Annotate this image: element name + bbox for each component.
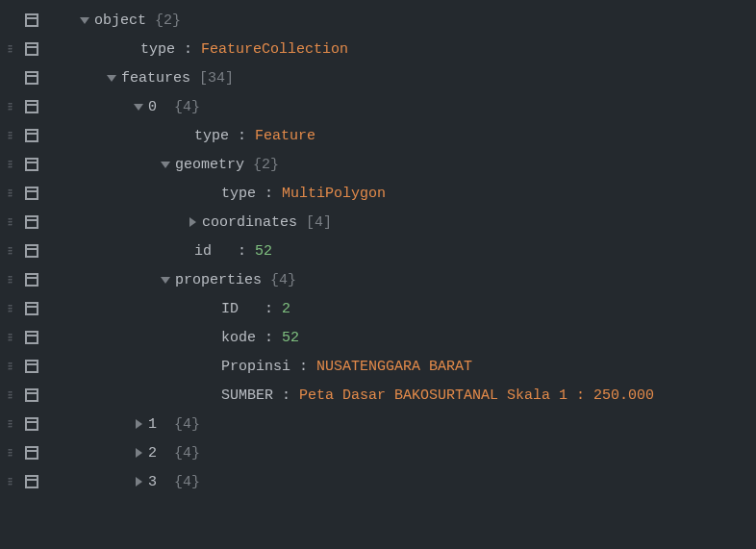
- json-colon: :: [229, 128, 255, 144]
- json-colon: :: [256, 186, 282, 202]
- drag-grip-icon[interactable]: ፧፧: [0, 446, 19, 461]
- panel-icon[interactable]: [19, 13, 44, 27]
- json-number-value: 2: [282, 301, 290, 317]
- json-index: 3: [148, 474, 174, 490]
- tree-row[interactable]: ፧፧kode : 52: [0, 323, 756, 352]
- tree-row[interactable]: ፧፧Propinsi : NUSATENGGARA BARAT: [0, 352, 756, 381]
- json-index: 2: [148, 445, 174, 462]
- panel-icon[interactable]: [19, 215, 44, 229]
- json-meta: {4}: [270, 272, 296, 288]
- tree-row[interactable]: ፧፧0 {4}: [0, 92, 756, 121]
- tree-row[interactable]: ፧፧type : FeatureCollection: [0, 35, 756, 63]
- drag-grip-icon[interactable]: ፧፧: [0, 215, 19, 230]
- drag-grip-icon[interactable]: ፧፧: [0, 331, 19, 345]
- json-meta: {2}: [155, 12, 181, 29]
- panel-icon[interactable]: [19, 42, 44, 56]
- node-content: kode : 52: [221, 330, 299, 346]
- json-key: kode: [221, 330, 256, 346]
- drag-grip-icon[interactable]: ፧፧: [0, 475, 19, 489]
- tree-row[interactable]: ፧፧id : 52: [0, 237, 756, 265]
- node-content: 0 {4}: [148, 99, 200, 115]
- tree-row[interactable]: ፧፧3 {4}: [0, 467, 756, 496]
- panel-icon[interactable]: [19, 302, 44, 315]
- json-string-value: MultiPolygon: [282, 186, 386, 202]
- json-string-value: FeatureCollection: [201, 41, 348, 58]
- expand-icon[interactable]: [183, 217, 202, 227]
- drag-grip-icon[interactable]: ፧፧: [0, 273, 19, 287]
- json-key: type: [194, 128, 229, 144]
- json-key: features: [121, 70, 199, 87]
- drag-grip-icon[interactable]: ፧፧: [0, 302, 19, 316]
- json-key: ID: [221, 301, 256, 317]
- json-key: type: [221, 186, 256, 202]
- node-content: type : Feature: [194, 128, 315, 144]
- node-content: 1 {4}: [148, 416, 200, 433]
- drag-grip-icon[interactable]: ፧፧: [0, 388, 19, 403]
- collapse-icon[interactable]: [102, 75, 121, 82]
- json-index: 0: [148, 99, 174, 115]
- drag-grip-icon[interactable]: ፧፧: [0, 158, 19, 172]
- json-key: properties: [175, 272, 270, 288]
- tree-row[interactable]: ፧፧properties {4}: [0, 265, 756, 294]
- collapse-icon[interactable]: [75, 17, 94, 24]
- panel-icon[interactable]: [19, 71, 44, 85]
- collapse-icon[interactable]: [156, 162, 175, 168]
- collapse-icon[interactable]: [129, 104, 148, 111]
- expand-icon[interactable]: [129, 448, 148, 458]
- panel-icon[interactable]: [19, 187, 44, 200]
- json-colon: :: [256, 330, 282, 346]
- json-meta: {4}: [174, 445, 200, 462]
- json-key: object: [94, 12, 155, 29]
- json-string-value: NUSATENGGARA BARAT: [316, 359, 472, 375]
- tree-row[interactable]: ፧፧coordinates [4]: [0, 208, 756, 237]
- json-string-value: Peta Dasar BAKOSURTANAL Skala 1 : 250.00…: [299, 387, 654, 404]
- json-tree: object {2}፧፧type : FeatureCollectionfeat…: [0, 6, 756, 496]
- json-colon: :: [273, 387, 299, 404]
- node-content: geometry {2}: [175, 157, 279, 173]
- json-key: Propinsi: [221, 359, 290, 375]
- json-colon: :: [229, 243, 255, 260]
- panel-icon[interactable]: [19, 360, 44, 373]
- node-content: properties {4}: [175, 272, 296, 288]
- tree-row[interactable]: object {2}: [0, 6, 756, 35]
- panel-icon[interactable]: [19, 158, 44, 171]
- tree-row[interactable]: ፧፧1 {4}: [0, 410, 756, 438]
- tree-row[interactable]: ፧፧geometry {2}: [0, 150, 756, 179]
- json-key: type: [140, 41, 175, 58]
- json-number-value: 52: [282, 330, 299, 346]
- json-meta: {4}: [174, 416, 200, 433]
- panel-icon[interactable]: [19, 331, 44, 344]
- expand-icon[interactable]: [129, 419, 148, 429]
- drag-grip-icon[interactable]: ፧፧: [0, 129, 19, 143]
- tree-row[interactable]: features [34]: [0, 63, 756, 92]
- json-meta: {4}: [174, 99, 200, 115]
- node-content: SUMBER : Peta Dasar BAKOSURTANAL Skala 1…: [221, 387, 654, 404]
- expand-icon[interactable]: [129, 477, 148, 487]
- panel-icon[interactable]: [19, 475, 44, 488]
- node-content: ID : 2: [221, 301, 290, 317]
- drag-grip-icon[interactable]: ፧፧: [0, 42, 19, 57]
- panel-icon[interactable]: [19, 446, 44, 460]
- json-key: SUMBER: [221, 387, 273, 404]
- panel-icon[interactable]: [19, 100, 44, 113]
- drag-grip-icon[interactable]: ፧፧: [0, 100, 19, 114]
- panel-icon[interactable]: [19, 244, 44, 258]
- drag-grip-icon[interactable]: ፧፧: [0, 417, 19, 432]
- panel-icon[interactable]: [19, 417, 44, 431]
- panel-icon[interactable]: [19, 129, 44, 142]
- drag-grip-icon[interactable]: ፧፧: [0, 187, 19, 201]
- collapse-icon[interactable]: [156, 277, 175, 284]
- tree-row[interactable]: ፧፧ID : 2: [0, 294, 756, 323]
- tree-row[interactable]: ፧፧SUMBER : Peta Dasar BAKOSURTANAL Skala…: [0, 381, 756, 410]
- json-colon: :: [256, 301, 282, 317]
- tree-row[interactable]: ፧፧type : MultiPolygon: [0, 179, 756, 208]
- node-content: coordinates [4]: [202, 214, 332, 231]
- node-content: 2 {4}: [148, 445, 200, 462]
- tree-row[interactable]: ፧፧2 {4}: [0, 438, 756, 467]
- json-colon: :: [290, 359, 316, 375]
- drag-grip-icon[interactable]: ፧፧: [0, 360, 19, 374]
- tree-row[interactable]: ፧፧type : Feature: [0, 121, 756, 150]
- panel-icon[interactable]: [19, 388, 44, 402]
- panel-icon[interactable]: [19, 273, 44, 287]
- drag-grip-icon[interactable]: ፧፧: [0, 244, 19, 259]
